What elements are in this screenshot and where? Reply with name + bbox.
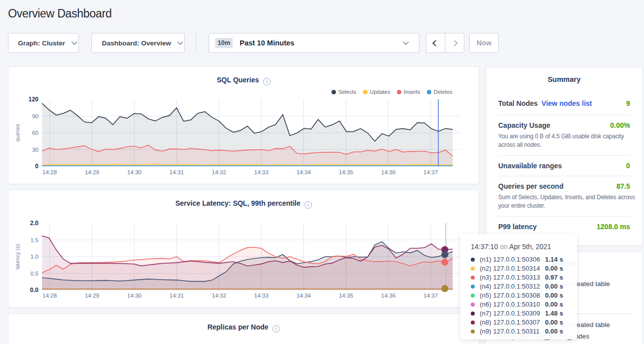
svg-text:14:34: 14:34 [297,293,311,299]
svg-text:14:31: 14:31 [170,293,184,299]
svg-text:14:31: 14:31 [170,169,184,175]
svg-text:14:35: 14:35 [339,293,353,299]
svg-text:14:32: 14:32 [212,169,226,175]
svg-text:14:33: 14:33 [254,293,269,299]
svg-text:14:32: 14:32 [212,293,226,299]
svg-text:queries: queries [14,123,20,142]
svg-text:14:35: 14:35 [339,169,353,175]
svg-text:2.0: 2.0 [30,220,38,227]
svg-text:14:28: 14:28 [42,169,57,175]
svg-text:0.0: 0.0 [30,287,38,294]
svg-text:14:30: 14:30 [127,169,142,175]
svg-text:1.0: 1.0 [30,254,38,260]
svg-text:90: 90 [32,113,38,119]
svg-text:14:30: 14:30 [127,293,142,299]
svg-text:14:29: 14:29 [85,169,99,175]
svg-text:14:36: 14:36 [381,293,396,299]
svg-text:30: 30 [32,147,38,153]
svg-text:0: 0 [35,163,38,170]
svg-text:14:37: 14:37 [423,293,438,299]
svg-text:14:28: 14:28 [42,293,57,299]
svg-text:1.5: 1.5 [30,237,38,243]
svg-text:14:36: 14:36 [381,169,396,175]
svg-text:14:33: 14:33 [254,169,269,175]
svg-text:0.5: 0.5 [30,271,38,277]
svg-text:14:37: 14:37 [423,169,438,175]
svg-text:latency (s): latency (s) [14,244,20,270]
svg-text:60: 60 [32,130,38,136]
svg-text:120: 120 [28,96,38,103]
svg-text:14:34: 14:34 [297,169,311,175]
svg-text:14:29: 14:29 [85,293,99,299]
